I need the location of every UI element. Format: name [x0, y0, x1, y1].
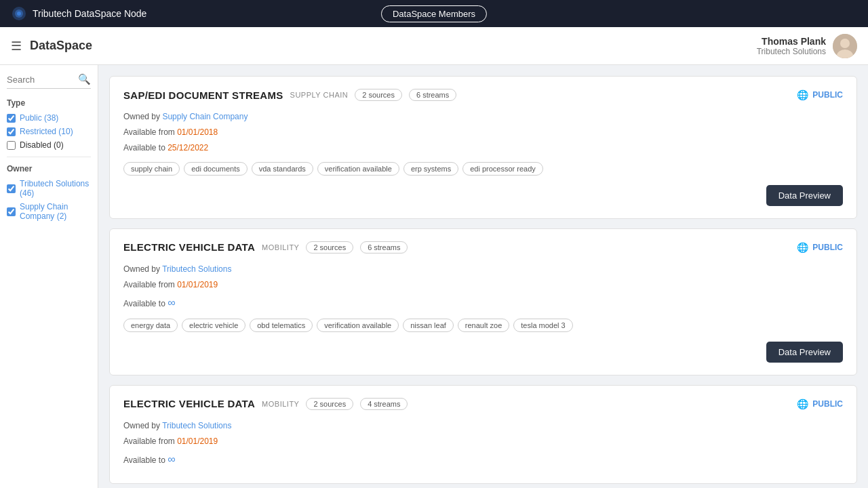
card-header-left-3: ELECTRIC VEHICLE DATA MOBILITY 2 sources… [123, 398, 408, 410]
avatar [833, 34, 857, 58]
streams-badge-3: 4 streams [360, 398, 408, 410]
card-title-2: ELECTRIC VEHICLE DATA [123, 241, 255, 253]
public-label-3: PUBLIC [812, 399, 843, 409]
filter-owner-supplychain-label: Supply Chain Company (2) [20, 202, 91, 221]
user-company: Tributech Solutions [757, 47, 826, 56]
streams-badge-1: 6 streams [409, 89, 456, 101]
card-title-1: SAP/EDI DOCUMENT STREAMS [123, 89, 283, 101]
user-info: Thomas Plank Tributech Solutions [757, 36, 826, 56]
date-to-1: 25/12/2022 [167, 143, 208, 152]
search-icon[interactable]: 🔍 [78, 73, 91, 85]
available-to-1: Available to 25/12/2022 [123, 142, 843, 155]
tag-supply-chain: supply chain [123, 162, 180, 176]
logo-icon [11, 5, 27, 22]
hamburger-button[interactable]: ☰ [11, 39, 22, 54]
filter-public-checkbox[interactable] [7, 114, 16, 123]
tag-nissan-leaf: nissan leaf [403, 319, 454, 332]
filter-owner-tributech[interactable]: Tributech Solutions (46) [7, 179, 91, 198]
tag-verification-available-2: verification available [317, 319, 399, 332]
app-logo: Tributech DataSpace Node [11, 5, 146, 22]
card-header-left-2: ELECTRIC VEHICLE DATA MOBILITY 2 sources… [123, 241, 408, 253]
dataspace-members-button[interactable]: DataSpace Members [381, 5, 487, 22]
sources-badge-2: 2 sources [306, 241, 353, 253]
tag-renault-zoe: renault zoe [458, 319, 509, 332]
search-container: 🔍 [7, 73, 91, 89]
date-from-1: 01/01/2018 [177, 127, 218, 137]
divider [7, 157, 91, 157]
public-icon-2: 🌐 [797, 242, 808, 253]
tag-edi-processor-ready: edi processor ready [462, 162, 543, 176]
available-from-2: Available from 01/01/2019 [123, 279, 843, 291]
header-left: ☰ DataSpace [11, 39, 92, 54]
owner-link-3[interactable]: Tributech Solutions [162, 421, 231, 430]
tag-obd-telematics: obd telematics [250, 319, 313, 332]
card-footer-2: Data Preview [123, 342, 843, 363]
card-category-1: SUPPLY CHAIN [290, 91, 349, 99]
filter-disabled[interactable]: Disabled (0) [7, 140, 91, 150]
available-from-1: Available from 01/01/2018 [123, 126, 843, 139]
available-from-3: Available from 01/01/2019 [123, 435, 843, 448]
filter-public[interactable]: Public (38) [7, 113, 91, 123]
card-header-right-2: 🌐 PUBLIC [797, 242, 843, 253]
sources-badge-1: 2 sources [355, 89, 402, 101]
card-meta-3: Owned by Tributech Solutions [123, 420, 843, 432]
svg-point-4 [840, 39, 850, 48]
filter-owner-tributech-label: Tributech Solutions (46) [20, 179, 91, 198]
card-header-right-3: 🌐 PUBLIC [797, 399, 843, 409]
public-icon-1: 🌐 [797, 89, 808, 100]
data-preview-button-1[interactable]: Data Preview [766, 185, 843, 206]
available-to-3: Available to ∞ [123, 451, 843, 468]
date-from-3: 01/01/2019 [177, 436, 218, 446]
tag-verification-available: verification available [317, 162, 399, 176]
header-right: Thomas Plank Tributech Solutions [757, 34, 857, 58]
card-header-3: ELECTRIC VEHICLE DATA MOBILITY 2 sources… [123, 398, 843, 410]
filter-owner-tributech-checkbox[interactable] [7, 184, 16, 193]
card-header-left-1: SAP/EDI DOCUMENT STREAMS SUPPLY CHAIN 2 … [123, 89, 456, 101]
tags-row-1: supply chain edi documents vda standards… [123, 162, 843, 176]
card-footer-1: Data Preview [123, 185, 843, 206]
header-bar: ☰ DataSpace Thomas Plank Tributech Solut… [0, 27, 868, 65]
public-icon-3: 🌐 [797, 399, 808, 409]
main-content: SAP/EDI DOCUMENT STREAMS SUPPLY CHAIN 2 … [98, 65, 868, 488]
filter-restricted-label: Restricted (10) [20, 127, 73, 136]
owner-link-2[interactable]: Tributech Solutions [162, 264, 231, 274]
top-navigation: Tributech DataSpace Node DataSpace Membe… [0, 0, 868, 27]
filter-owner-supplychain-checkbox[interactable] [7, 207, 16, 216]
card-meta-2: Owned by Tributech Solutions [123, 263, 843, 276]
filter-disabled-checkbox[interactable] [7, 141, 16, 150]
public-label-2: PUBLIC [812, 243, 843, 252]
top-nav-center: DataSpace Members [381, 5, 487, 22]
tags-row-2: energy data electric vehicle obd telemat… [123, 319, 843, 332]
owner-link-1[interactable]: Supply Chain Company [162, 112, 248, 121]
infinity-symbol-3: ∞ [167, 453, 175, 465]
filter-owner-supplychain[interactable]: Supply Chain Company (2) [7, 202, 91, 221]
infinity-symbol-2: ∞ [167, 297, 175, 308]
card-header-2: ELECTRIC VEHICLE DATA MOBILITY 2 sources… [123, 241, 843, 253]
search-input[interactable] [7, 75, 78, 85]
card-header-1: SAP/EDI DOCUMENT STREAMS SUPPLY CHAIN 2 … [123, 89, 843, 101]
data-preview-button-2[interactable]: Data Preview [766, 342, 843, 363]
filter-disabled-label: Disabled (0) [20, 140, 64, 150]
date-from-2: 01/01/2019 [177, 280, 218, 289]
tag-edi-documents: edi documents [184, 162, 248, 176]
filter-restricted[interactable]: Restricted (10) [7, 127, 91, 136]
owner-filter-label: Owner [7, 164, 91, 174]
tag-tesla-model-3: tesla model 3 [513, 319, 572, 332]
streams-badge-2: 6 streams [360, 241, 408, 253]
card-title-3: ELECTRIC VEHICLE DATA [123, 398, 255, 409]
card-header-right-1: 🌐 PUBLIC [797, 89, 843, 100]
filter-restricted-checkbox[interactable] [7, 127, 16, 136]
tag-electric-vehicle: electric vehicle [182, 319, 245, 332]
svg-point-2 [17, 12, 21, 16]
tag-erp-systems: erp systems [403, 162, 458, 176]
card-sap-edi: SAP/EDI DOCUMENT STREAMS SUPPLY CHAIN 2 … [109, 76, 857, 219]
sources-badge-3: 2 sources [306, 398, 353, 410]
card-ev-data-2: ELECTRIC VEHICLE DATA MOBILITY 2 sources… [109, 385, 857, 484]
app-title: Tributech DataSpace Node [33, 8, 146, 19]
type-filter-label: Type [7, 98, 91, 108]
filter-public-label: Public (38) [20, 113, 58, 123]
header-title: DataSpace [30, 39, 92, 53]
available-to-2: Available to ∞ [123, 294, 843, 312]
tag-energy-data: energy data [123, 319, 178, 332]
public-label-1: PUBLIC [812, 90, 843, 100]
